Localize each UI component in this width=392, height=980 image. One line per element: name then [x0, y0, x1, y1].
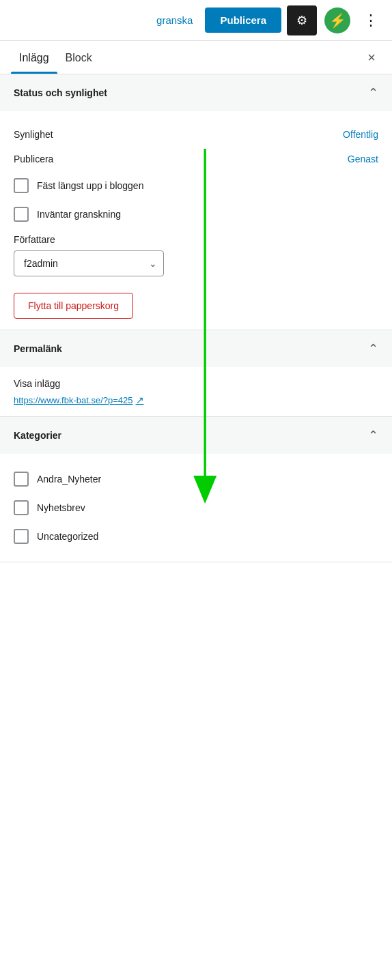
category-checkbox-3[interactable]: [14, 529, 29, 544]
categories-section-title: Kategorier: [14, 430, 61, 441]
publish-button[interactable]: Publicera: [205, 8, 281, 33]
status-section-title: Status och synlighet: [14, 87, 107, 98]
status-section-header[interactable]: Status och synlighet ⌃: [0, 74, 392, 111]
publish-label: Publicera: [14, 154, 53, 164]
toolbar: granska Publicera ⚙ ⚡ ⋮: [0, 0, 392, 41]
categories-content: Andra_Nyheter Nyhetsbrev Uncategorized: [0, 454, 392, 562]
status-section-content: Synlighet Offentlig Publicera Genast Fäs…: [0, 111, 392, 330]
author-select[interactable]: f2admin: [14, 250, 164, 276]
move-to-trash-button[interactable]: Flytta till papperskorg: [14, 293, 133, 319]
category-row-2: Nyhetsbrev: [14, 493, 378, 522]
tab-block[interactable]: Block: [57, 41, 100, 74]
more-options-button[interactable]: ⋮: [358, 9, 384, 32]
close-panel-button[interactable]: ×: [362, 48, 381, 67]
visibility-label: Synlighet: [14, 129, 53, 140]
publish-row: Publicera Genast: [14, 147, 378, 171]
chevron-up-icon-categories: ⌃: [368, 428, 378, 443]
status-section: Status och synlighet ⌃ Synlighet Offentl…: [0, 74, 392, 330]
permalink-view-label: Visa inlägg: [14, 378, 378, 389]
visibility-value[interactable]: Offentlig: [343, 129, 378, 140]
review-label: Inväntar granskning: [37, 209, 121, 220]
categories-section: Kategorier ⌃ Andra_Nyheter Nyhetsbrev Un…: [0, 417, 392, 562]
pin-checkbox-row: Fäst längst upp i bloggen: [14, 171, 378, 200]
permalink-section: Permalänk ⌃ Visa inlägg https://www.fbk-…: [0, 330, 392, 417]
category-checkbox-2[interactable]: [14, 500, 29, 515]
permalink-section-title: Permalänk: [14, 343, 62, 354]
publish-value[interactable]: Genast: [348, 154, 378, 164]
category-row-1: Andra_Nyheter: [14, 465, 378, 493]
author-section: Författare f2admin ⌄: [14, 229, 378, 287]
review-checkbox[interactable]: [14, 207, 29, 222]
categories-section-header[interactable]: Kategorier ⌃: [0, 417, 392, 454]
tab-inlagg[interactable]: Inlägg: [11, 41, 57, 74]
tabs-bar: Inlägg Block ×: [0, 41, 392, 74]
visibility-row: Synlighet Offentlig: [14, 122, 378, 147]
pin-checkbox[interactable]: [14, 178, 29, 193]
author-label: Författare: [14, 234, 378, 245]
settings-button[interactable]: ⚙: [287, 5, 317, 35]
review-checkbox-row: Inväntar granskning: [14, 200, 378, 229]
author-select-wrapper: f2admin ⌄: [14, 250, 164, 276]
category-label-1: Andra_Nyheter: [37, 474, 101, 485]
preview-link[interactable]: granska: [150, 10, 199, 30]
permalink-section-header[interactable]: Permalänk ⌃: [0, 330, 392, 367]
category-checkbox-1[interactable]: [14, 472, 29, 487]
chevron-up-icon: ⌃: [368, 85, 378, 100]
external-link-icon: ↗︎: [136, 394, 144, 405]
chevron-up-icon-permalink: ⌃: [368, 341, 378, 356]
permalink-link[interactable]: https://www.fbk-bat.se/?p=425 ↗︎: [14, 394, 378, 405]
category-row-3: Uncategorized: [14, 522, 378, 551]
category-label-3: Uncategorized: [37, 531, 98, 542]
lightning-button[interactable]: ⚡: [322, 5, 352, 35]
permalink-content: Visa inlägg https://www.fbk-bat.se/?p=42…: [0, 367, 392, 416]
lightning-icon: ⚡: [324, 8, 350, 33]
pin-label: Fäst längst upp i bloggen: [37, 180, 143, 191]
gear-icon: ⚙: [296, 13, 307, 28]
category-label-2: Nyhetsbrev: [37, 502, 85, 513]
